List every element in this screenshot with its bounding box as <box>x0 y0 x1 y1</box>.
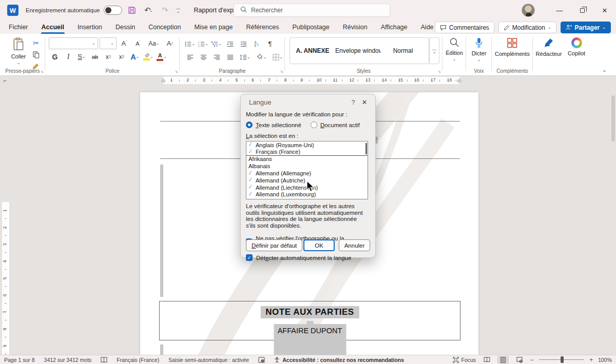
clipboard-dialog-launcher[interactable]: ↘ <box>40 69 44 74</box>
restore-button[interactable] <box>571 0 593 21</box>
close-button[interactable]: ✕ <box>593 0 616 21</box>
addins-button[interactable]: Compléments <box>492 34 533 67</box>
align-right-button[interactable] <box>210 51 223 63</box>
tab-revision[interactable]: Révision <box>336 21 374 34</box>
editor-button[interactable]: Rédacteur <box>533 34 565 67</box>
zoom-slider[interactable] <box>539 359 584 360</box>
increase-indent-button[interactable] <box>237 38 249 50</box>
text-effects-button[interactable]: A⌄ <box>129 51 141 63</box>
web-layout-button[interactable] <box>514 356 525 364</box>
radio-selected-text-label[interactable]: Texte sélectionné <box>256 122 301 128</box>
shrink-font-button[interactable]: Aˇ <box>132 37 144 49</box>
multilevel-list-button[interactable]: ⌄ <box>210 38 223 50</box>
zoom-level[interactable]: 100% <box>598 357 612 363</box>
styles-more-button[interactable]: —⌄ <box>429 37 439 64</box>
pilcrow-button[interactable]: ¶ <box>264 38 276 50</box>
status-language[interactable]: Français (France) <box>117 357 159 363</box>
tab-references[interactable]: Références <box>239 21 285 34</box>
focus-mode-button[interactable]: Focus <box>453 357 476 363</box>
align-left-button[interactable] <box>184 51 196 63</box>
style-envelope-window[interactable]: Envelope window <box>335 47 380 54</box>
strikethrough-button[interactable]: ab <box>89 51 101 63</box>
font-dialog-launcher[interactable]: ↘ <box>175 69 178 74</box>
copilot-button[interactable]: Copilot <box>564 34 589 67</box>
dictate-button[interactable]: Dicter ⌄ <box>466 34 492 67</box>
change-case-button[interactable]: Aa⌄ <box>146 37 162 49</box>
ok-button[interactable]: OK <box>303 239 335 251</box>
shading-button[interactable]: ⌄ <box>254 51 269 63</box>
minimize-button[interactable]: — <box>548 0 571 21</box>
autocomplete-status[interactable]: Saisie semi-automatique : activée <box>168 357 249 363</box>
zoom-slider-thumb[interactable] <box>561 356 564 363</box>
print-layout-button[interactable] <box>497 356 509 364</box>
tab-fichier[interactable]: Fichier <box>2 21 35 34</box>
underline-button[interactable]: S⌄ <box>75 51 88 63</box>
editing-button[interactable]: Édition ⌄ <box>442 34 466 67</box>
language-item[interactable]: ✓̈Français (France) <box>246 149 368 156</box>
language-item[interactable]: Albanais <box>246 163 368 170</box>
help-button[interactable]: ? <box>348 99 359 106</box>
read-mode-button[interactable] <box>481 356 492 364</box>
styles-dialog-launcher[interactable]: ↘ <box>437 69 441 74</box>
tab-publipostage[interactable]: Publipostage <box>285 21 336 34</box>
tab-accueil[interactable]: Accueil <box>35 21 71 34</box>
note-table[interactable]: NOTE AUX PARTIES AFFAIRE DUPONT <box>159 301 460 340</box>
customize-toolbar-icon[interactable]: —⌄ <box>176 8 180 13</box>
checkbox-detect-language-label[interactable]: Détecter automatiquement la langue <box>256 255 351 261</box>
copy-button[interactable] <box>30 49 42 60</box>
radio-active-document[interactable] <box>311 122 317 128</box>
checkbox-detect-language[interactable]: ✓ <box>246 254 253 261</box>
word-count[interactable]: 3412 sur 3412 mots <box>44 357 92 363</box>
numbering-button[interactable]: 123⌄ <box>197 38 209 50</box>
tab-affichage[interactable]: Affichage <box>374 21 414 34</box>
zoom-out-button[interactable]: − <box>530 356 534 363</box>
style-annexe[interactable]: A. ANNEXE <box>290 47 335 54</box>
accessibility-status[interactable]: Accessibilité : consultez nos recommanda… <box>274 357 404 363</box>
italic-button[interactable]: I <box>62 51 74 63</box>
cut-button[interactable]: ✂ <box>30 37 42 49</box>
borders-button[interactable]: ⌄ <box>270 51 285 63</box>
decrease-indent-button[interactable] <box>224 38 236 50</box>
style-normal[interactable]: Normal <box>380 47 426 54</box>
search-input[interactable]: Rechercher <box>234 4 390 17</box>
highlight-button[interactable]: ⌄ <box>142 51 155 63</box>
paste-button[interactable]: Coller ⌄ <box>7 34 30 67</box>
set-default-button[interactable]: Définir par défaut <box>246 239 302 251</box>
comments-button[interactable]: Commentaires <box>435 22 494 33</box>
grow-font-button[interactable]: Aˆ <box>118 37 130 49</box>
save-icon[interactable] <box>125 4 139 17</box>
tab-insertion[interactable]: Insertion <box>71 21 109 34</box>
font-color-button[interactable]: A⌄ <box>156 51 168 63</box>
align-center-button[interactable] <box>197 51 209 63</box>
justify-button[interactable] <box>224 51 236 63</box>
bullets-button[interactable]: ⌄ <box>184 38 196 50</box>
tab-mise-en-page[interactable]: Mise en page <box>187 21 239 34</box>
document-scrollbar[interactable] <box>611 95 615 141</box>
superscript-button[interactable]: x2 <box>116 51 128 63</box>
dialog-close-button[interactable]: ✕ <box>359 98 370 106</box>
horizontal-ruler[interactable]: 123456789101112131415161718 <box>0 76 616 85</box>
autosave-toggle[interactable] <box>104 6 122 15</box>
collapse-ribbon-button[interactable]: ⌄ <box>602 67 607 73</box>
share-button[interactable]: Partager⌄ <box>561 22 611 33</box>
paragraph-dialog-launcher[interactable]: ↘ <box>280 69 283 74</box>
radio-active-document-label[interactable]: Document actif <box>320 122 360 128</box>
redo-button[interactable]: ↷ <box>158 4 171 17</box>
tab-conception[interactable]: Conception <box>142 21 187 34</box>
sort-button[interactable]: AZ↓ <box>251 38 263 50</box>
vertical-ruler[interactable]: 12345678910111213 <box>0 170 11 364</box>
language-item[interactable]: ✓̈Anglais (Royaume-Uni) <box>246 141 368 149</box>
document-subheading[interactable]: AFFAIRE DUPONT <box>274 327 346 335</box>
font-size-combo[interactable]: ⌄ <box>100 37 117 49</box>
clear-formatting-button[interactable]: A◊ <box>164 37 176 49</box>
bold-button[interactable]: G <box>49 51 61 63</box>
editing-mode-button[interactable]: Modification⌄ <box>498 22 556 33</box>
line-spacing-button[interactable]: ⌄ <box>237 51 253 63</box>
avatar[interactable] <box>522 4 535 17</box>
subscript-button[interactable]: x2 <box>102 51 114 63</box>
tab-stop-selector[interactable]: ⌐ <box>1 77 9 84</box>
font-name-combo[interactable]: ⌄ <box>49 37 98 49</box>
undo-button[interactable]: ↶⌄ <box>142 4 155 17</box>
word-logo-icon[interactable]: W <box>7 5 18 16</box>
zoom-in-button[interactable]: + <box>589 356 593 363</box>
